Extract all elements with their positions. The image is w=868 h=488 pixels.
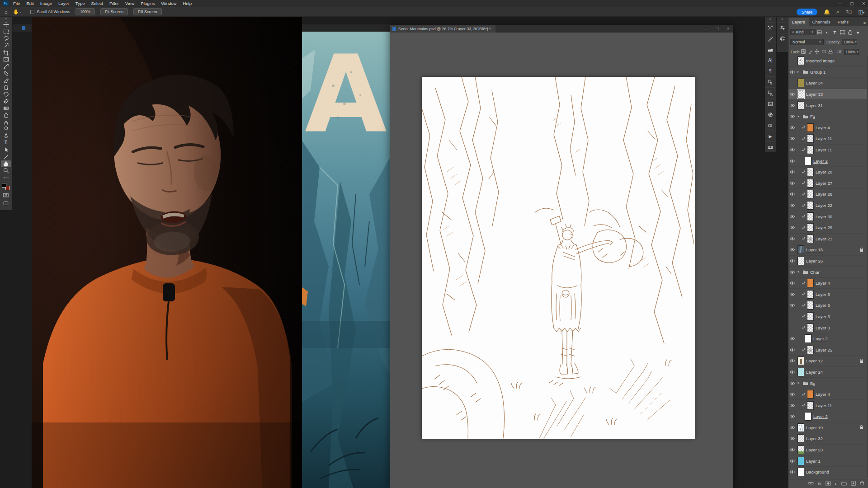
layer-row[interactable]: Layer 11 <box>788 133 867 145</box>
eye-icon[interactable] <box>788 344 796 355</box>
document-file-icon[interactable] <box>22 26 25 30</box>
layer-thumbnail[interactable] <box>797 245 804 254</box>
layer-row[interactable]: Layer 12 <box>788 356 867 367</box>
group-caret-icon[interactable]: ▸ <box>797 70 801 74</box>
workspace-switcher-icon[interactable]: ◫▾ <box>859 9 864 15</box>
layer-thumbnail[interactable] <box>805 334 811 343</box>
type-tool[interactable]: T <box>1 140 11 146</box>
filter-smart-object-icon[interactable] <box>846 29 854 35</box>
panel-menu-icon[interactable]: ≡ <box>863 21 866 25</box>
clone-source-icon[interactable] <box>765 120 775 131</box>
eye-icon[interactable] <box>788 133 796 144</box>
history-brush-tool[interactable] <box>1 91 11 98</box>
eye-icon[interactable] <box>788 200 796 211</box>
eye-icon[interactable] <box>788 244 796 255</box>
layer-row[interactable]: Layer 34 <box>788 78 867 89</box>
strip-expand-icon[interactable]: » <box>769 17 771 22</box>
tab-channels[interactable]: Channels <box>809 18 834 26</box>
link-layers-icon[interactable] <box>808 481 814 486</box>
layer-thumbnail[interactable] <box>807 324 814 332</box>
zoom-100-button[interactable]: 100% <box>75 8 95 15</box>
layer-row[interactable]: Layer 28 <box>788 189 867 200</box>
character-styles-icon[interactable]: A <box>765 87 775 98</box>
magic-wand-tool[interactable] <box>1 42 11 49</box>
eye-toggle-empty[interactable] <box>788 78 796 89</box>
layer-row[interactable]: Layer 20 <box>788 167 867 178</box>
brush-settings-icon[interactable] <box>765 33 775 44</box>
layer-row[interactable]: Layer 3 <box>788 322 867 333</box>
tab-paths[interactable]: Paths <box>834 18 852 26</box>
strip-expand-icon-2[interactable]: » <box>782 17 783 22</box>
layer-thumbnail[interactable] <box>807 290 814 299</box>
doc-close-button[interactable]: ✕ <box>726 25 730 33</box>
scroll-all-windows-checkbox[interactable]: Scroll All Windows <box>30 9 70 14</box>
doc-maximize-button[interactable]: ▢ <box>716 25 719 33</box>
home-icon[interactable]: ⌂ <box>5 9 8 14</box>
actions-icon[interactable]: ▶ <box>765 131 775 141</box>
delete-layer-icon[interactable] <box>860 481 864 487</box>
marquee-tool[interactable] <box>1 28 11 35</box>
blend-mode-dropdown[interactable]: Normal ▼ <box>790 39 824 45</box>
libraries-icon[interactable] <box>765 98 775 109</box>
brush-tool[interactable] <box>1 77 11 84</box>
layer-thumbnail[interactable] <box>797 79 804 87</box>
opacity-input[interactable]: 100% ▼ <box>842 39 857 45</box>
eye-toggle-empty[interactable] <box>788 322 796 333</box>
layer-row[interactable]: Layer 31 <box>788 100 867 111</box>
layer-thumbnail[interactable] <box>797 368 804 376</box>
menu-item-image[interactable]: Image <box>40 1 52 6</box>
menu-item-layer[interactable]: Layer <box>58 1 69 6</box>
layer-thumbnail[interactable] <box>807 134 814 143</box>
dodge-tool[interactable] <box>1 126 11 132</box>
layer-thumbnail[interactable] <box>797 56 804 65</box>
color-panel-icon[interactable] <box>778 33 788 44</box>
document-tab[interactable]: Senn_Mountains.psd @ 26.7% (Layer 33, RG… <box>390 25 495 33</box>
eye-icon[interactable] <box>788 400 796 411</box>
layer-row[interactable]: Layer 4 <box>788 278 867 289</box>
menu-item-select[interactable]: Select <box>91 1 103 6</box>
canvas-pasteboard[interactable] <box>390 33 733 488</box>
layer-thumbnail[interactable] <box>797 446 804 454</box>
layer-thumbnail[interactable] <box>807 279 814 287</box>
paragraph-styles-icon[interactable]: ¶ <box>765 76 775 87</box>
eye-toggle-empty[interactable] <box>788 56 796 66</box>
zoom-tool[interactable] <box>1 167 11 174</box>
layer-thumbnail[interactable] <box>807 123 814 132</box>
timeline-icon[interactable] <box>765 141 775 152</box>
eye-icon[interactable] <box>788 467 796 478</box>
app-close-button[interactable]: ✕ <box>862 0 865 7</box>
layer-thumbnail[interactable] <box>807 346 814 354</box>
layer-row[interactable]: Layer 6 <box>788 300 867 311</box>
adjustment-layer-icon[interactable]: ◐ <box>835 482 837 486</box>
healing-brush-tool[interactable] <box>1 70 11 77</box>
eye-icon[interactable] <box>788 300 796 311</box>
layer-thumbnail[interactable] <box>807 301 814 310</box>
eye-icon[interactable] <box>788 256 796 267</box>
app-minimize-button[interactable]: — <box>838 0 842 7</box>
eyedropper-tool[interactable] <box>1 63 11 70</box>
layer-row[interactable]: Layer 32 <box>788 433 867 445</box>
path-select-tool[interactable] <box>1 146 11 153</box>
histogram-icon[interactable] <box>765 44 775 55</box>
eye-icon[interactable] <box>788 211 796 222</box>
menu-item-help[interactable]: Help <box>183 1 192 6</box>
eye-icon[interactable] <box>788 222 796 233</box>
layer-row[interactable]: Layer 2 <box>788 333 867 345</box>
hand-tool-preset-icon[interactable]: ✋ <box>13 9 19 15</box>
filter-kind-dropdown[interactable]: ⌕ Kind ▼ <box>790 29 816 35</box>
eye-icon[interactable] <box>788 389 796 400</box>
eye-icon[interactable] <box>788 356 796 366</box>
search-icon[interactable]: ⌕ <box>836 9 839 15</box>
background-artwork-document[interactable]: A <box>302 32 390 488</box>
eye-icon[interactable] <box>788 455 796 466</box>
foreground-color-swatch[interactable] <box>2 183 6 188</box>
eye-icon[interactable] <box>788 367 796 378</box>
eye-icon[interactable] <box>788 278 796 289</box>
eye-icon[interactable] <box>788 67 796 78</box>
group-caret-icon[interactable]: ▾ <box>797 115 801 118</box>
notifications-bell-icon[interactable]: 🔔 <box>824 9 830 15</box>
layer-row[interactable]: Layer 11 <box>788 400 867 411</box>
layer-thumbnail[interactable] <box>797 357 804 365</box>
lasso-tool[interactable] <box>1 35 11 42</box>
layer-row[interactable]: Layer 29 <box>788 222 867 234</box>
